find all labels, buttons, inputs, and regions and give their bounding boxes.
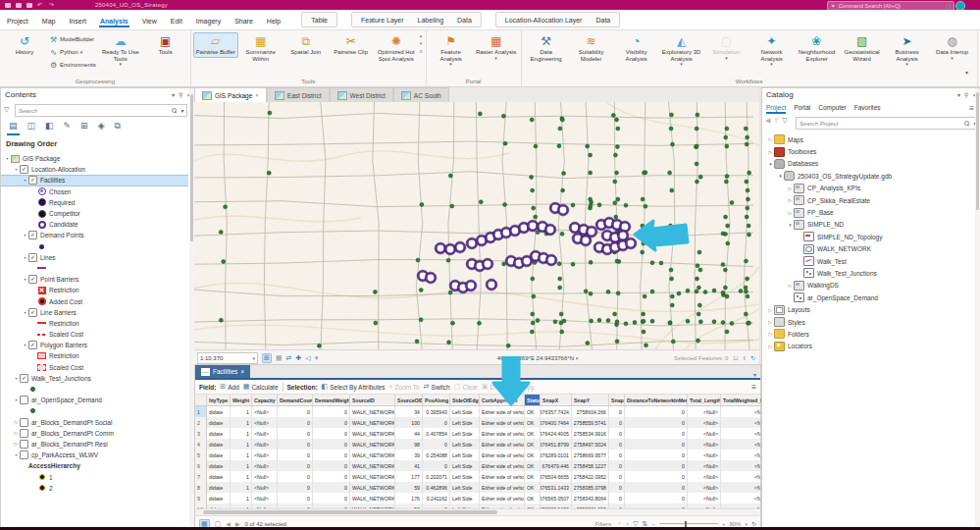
add-field-button[interactable]: ⊞Add	[220, 383, 238, 391]
list-by-editing-icon[interactable]: ✎	[62, 120, 74, 133]
back-icon[interactable]: ◀	[765, 117, 770, 125]
column-header-litytype[interactable]: lityType	[207, 395, 231, 405]
catalog-item-ar-openspace-demand[interactable]: ar_OpenSpace_Demand	[762, 292, 974, 303]
hamburger-menu-icon[interactable]: ≡	[751, 383, 756, 392]
chevron-down-icon[interactable]: ▾	[181, 107, 183, 114]
table-row[interactable]: 7didate1<Null>00WALK_NETWORK1770.202071L…	[195, 471, 760, 482]
catalog-item-walk-test-junctions[interactable]: Walk_Test_Junctions	[762, 267, 974, 279]
layer-visibility-checkbox[interactable]: ✓	[28, 231, 37, 239]
layer-item-polygon-barriers[interactable]: ▾✓Polygon Barriers	[1, 340, 188, 350]
column-header-sideofedge[interactable]: SideOfEdge	[450, 395, 480, 405]
layer-item-ar-blocks-demandpt-resi[interactable]: ▷ar_Blocks_DemandPt Resi	[1, 439, 188, 450]
expander-icon[interactable]: ▷	[767, 307, 774, 313]
list-by-labeling-icon[interactable]: ◈	[96, 120, 107, 133]
expander-icon[interactable]: ▷	[787, 197, 794, 203]
expander-icon[interactable]: ▾	[22, 343, 28, 347]
contextual-tab-table[interactable]: Table	[304, 15, 335, 26]
layer-item-1[interactable]: 1	[1, 471, 188, 482]
layer-item-restriction[interactable]: ✕Restriction	[1, 285, 188, 295]
column-header-posalong[interactable]: PosAlong	[423, 395, 450, 405]
table-row[interactable]: 1didate1<Null>00WALK_NETWORK340.395943Le…	[195, 406, 760, 417]
menu-tab-view[interactable]: View	[135, 13, 164, 27]
snapping-toggle-icon[interactable]: ⊞	[262, 353, 272, 363]
column-header-status[interactable]: Status	[525, 395, 541, 405]
expander-icon[interactable]: ▾	[13, 452, 20, 457]
catalog-tab-portal[interactable]: Portal	[794, 102, 810, 114]
column-header-sourceoid[interactable]: SourceOID	[395, 395, 423, 405]
layer-item-gis-package[interactable]: ▾GIS Package	[1, 153, 188, 164]
layer-item-point-barriers[interactable]: ▾✓Point Barriers	[1, 274, 188, 285]
calculate-field-button[interactable]: ▦Calculate	[243, 383, 279, 391]
catalog-item-cp-sikka-realestate[interactable]: ▷CP_Sikka_RealEstate	[762, 194, 974, 206]
expander-icon[interactable]: ▾	[22, 277, 28, 282]
expander-icon[interactable]: ▷	[787, 210, 794, 216]
suitability-modeler-button[interactable]: ≋Suitability Modeler	[569, 32, 614, 64]
zoom-slider[interactable]	[659, 523, 718, 524]
expander-icon[interactable]: ▾	[13, 167, 20, 172]
expander-icon[interactable]: ▷	[787, 283, 794, 289]
expander-icon[interactable]: ▾	[787, 222, 794, 228]
layer-item-ar-blocks-demandpt-comm[interactable]: ▷ar_Blocks_DemandPt Comm	[1, 428, 188, 439]
flicker-icon[interactable]: ⇄	[286, 354, 292, 362]
geostatistical-wizard-button[interactable]: ▧Geostatistical Wizard	[840, 32, 885, 64]
map-tab-ac-south[interactable]: AC South	[393, 87, 449, 102]
pairwise-buffer-button[interactable]: ▱Pairwise Buffer	[193, 32, 238, 58]
optimized-hot-spot-analysis-button[interactable]: ✺Optimized Hot Spot Analysis	[374, 32, 419, 64]
grid-icon[interactable]: ▦	[276, 354, 283, 362]
legend-symbol-item[interactable]	[1, 241, 188, 252]
speaker-icon[interactable]: ◁	[305, 354, 310, 362]
menu-tab-share[interactable]: Share	[228, 13, 260, 27]
chevron-down-icon[interactable]: ▾	[753, 371, 760, 378]
catalog-item-databases[interactable]: ▾Databases	[762, 158, 974, 170]
expander-icon[interactable]: ▾	[22, 255, 28, 260]
catalog-item-walkingds[interactable]: ▷WalkingDS	[762, 280, 974, 292]
data-engineering-button[interactable]: ⚒Data Engineering	[524, 32, 569, 64]
catalog-item-fp-base[interactable]: ▷FP_Base	[762, 206, 974, 218]
layer-visibility-checkbox[interactable]	[20, 396, 28, 404]
column-header-sourceid[interactable]: SourceID	[350, 395, 395, 405]
layer-item-accesshierarchy[interactable]: AccessHierarchy	[1, 460, 188, 471]
scale-select[interactable]: 1:10,370 ▾	[197, 352, 258, 364]
switch-selection-button[interactable]: ⇄Switch	[424, 383, 450, 391]
data-interop-button[interactable]: ◍Data Interop▾	[930, 32, 975, 63]
catalog-search-input[interactable]: Search Project ▾	[796, 117, 980, 130]
expander-icon[interactable]: ▾	[22, 310, 28, 315]
refresh-icon[interactable]: ↻	[750, 354, 755, 361]
new-project-icon[interactable]	[26, 3, 32, 8]
expander-icon[interactable]: ▾	[13, 398, 20, 402]
undo-icon[interactable]: ↶	[37, 2, 44, 8]
raster-analysis-button[interactable]: ▦Raster Analysis▾	[474, 32, 519, 63]
contextual-tab-data[interactable]: Data	[589, 15, 617, 26]
column-header-snapz[interactable]: SnapZ	[609, 395, 625, 405]
layer-item-cp-parkaccess-wlwv[interactable]: ▾cp_ParkAccess_WLWV	[1, 450, 188, 460]
table-horizontal-scrollbar[interactable]	[195, 508, 760, 515]
column-header-curbapproach[interactable]: CurbApproach	[480, 395, 525, 405]
catalog-item-walk-test[interactable]: Walk_Test	[762, 255, 974, 267]
column-header-capacity[interactable]: Capacity	[252, 395, 278, 405]
business-analysis-button[interactable]: ➤Business Analysis▾	[885, 32, 930, 69]
list-by-snapping-icon[interactable]: ⊞	[78, 120, 90, 133]
catalog-item-toolboxes[interactable]: ▷Toolboxes	[762, 145, 974, 157]
column-header-distancetonetworkinmeters[interactable]: DistanceToNetworkInMeters	[625, 395, 688, 405]
layer-visibility-checkbox[interactable]	[20, 450, 28, 459]
pin-icon[interactable]: ⚲	[179, 91, 182, 98]
contextual-tab-feature-layer[interactable]: Feature Layer	[354, 15, 411, 26]
column-header-snapx[interactable]: SnapX	[541, 395, 572, 405]
expander-icon[interactable]: ▷	[767, 319, 774, 325]
pause-drawing-icon[interactable]: ‖	[743, 355, 745, 361]
layer-item-chosen[interactable]: ★Chosen	[1, 186, 188, 197]
expander-icon[interactable]: ▷	[13, 441, 20, 447]
layer-visibility-checkbox[interactable]: ✓	[28, 176, 37, 185]
contextual-tab-data[interactable]: Data	[450, 15, 479, 26]
environments-button[interactable]: ⚙Environments	[47, 59, 98, 71]
chevron-down-icon[interactable]: ▾	[315, 354, 319, 362]
pairwise-clip-button[interactable]: ✂Pairwise Clip	[329, 32, 374, 58]
ready-to-use-tools-button[interactable]: ☁Ready To Use Tools▾	[98, 32, 143, 69]
catalog-tab-project[interactable]: Project	[766, 102, 786, 114]
layer-item-location-allocation[interactable]: ▾✓Location-Allocation	[1, 164, 188, 175]
layer-item-walk-test-junctions[interactable]: ▾✓Walk_Test_Junctions	[1, 373, 188, 384]
redo-icon[interactable]: ↷	[49, 2, 56, 8]
layer-item-line-barriers[interactable]: ▾✓Line Barriers	[1, 307, 188, 318]
table-row[interactable]: 6didate1<Null>00WALK_NETWORK410Left Side…	[195, 460, 760, 471]
hamburger-menu-icon[interactable]: ≡	[969, 104, 974, 113]
